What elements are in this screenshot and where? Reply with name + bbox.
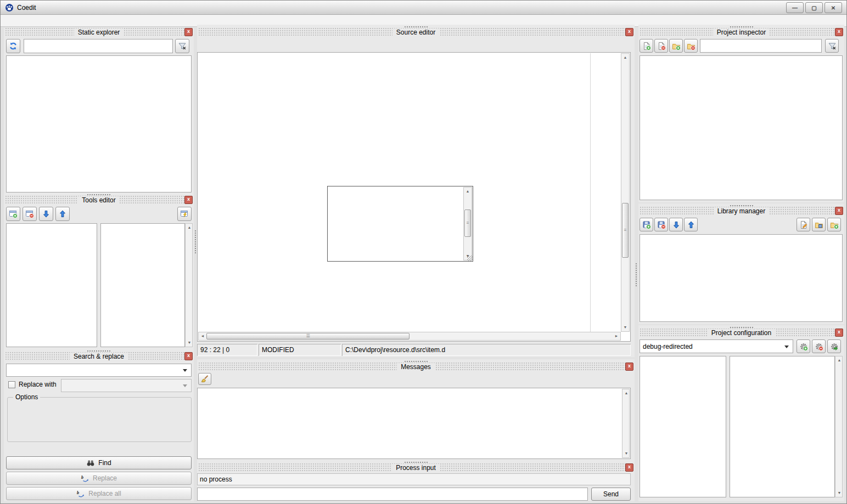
maximize-button[interactable]: ▢ [805,2,823,13]
search-replace-panel: Search & replacex Replace with Options F… [4,349,194,501]
window-title: Coedit [17,4,36,12]
move-library-down-button[interactable] [669,218,683,231]
replace-all-icon: b [76,489,85,498]
remove-folder-button[interactable] [684,39,698,53]
static-explorer-filter-input[interactable] [24,39,173,53]
modified-state: MODIFIED [259,344,341,356]
add-folder-button[interactable] [669,39,683,53]
refresh-icon [9,42,18,50]
add-tool-button[interactable] [6,207,20,221]
broom-icon [200,375,209,383]
add-configuration-icon [799,342,808,351]
clear-messages-button[interactable] [198,373,211,385]
register-library-button[interactable] [812,218,826,231]
static-explorer-title: Static explorer [74,29,124,36]
remove-source-button[interactable] [654,39,668,53]
library-manager-close-icon[interactable]: x [835,207,843,215]
run-tool-button[interactable] [177,207,192,221]
inspector-filter-input[interactable] [700,39,822,53]
process-input-title: Process input [392,464,440,472]
search-replace-close-icon[interactable]: x [184,352,193,360]
library-manager-panel: Library managerx [638,203,844,324]
tools-editor-close-icon[interactable]: x [184,196,193,204]
coedit-window: Coedit — ▢ ✕ Static explorerx Tools edit… [0,0,847,504]
chevron-down-icon[interactable] [784,346,789,348]
messages-title: Messages [397,363,435,371]
clear-inspector-filter-button[interactable] [825,39,839,53]
replace-term-combo[interactable] [61,379,192,392]
source-editor-title: Source editor [392,29,439,36]
remove-icon [25,209,34,218]
messages-log[interactable]: ▲▼ [197,388,631,459]
move-library-up-button[interactable] [684,218,698,231]
add-library-folder-button[interactable] [827,218,841,231]
move-up-icon [58,209,67,218]
editor-horizontal-scrollbar[interactable]: ◄► ☰ [198,332,621,341]
library-manager-title: Library manager [714,207,769,215]
editor-vertical-scrollbar[interactable]: ▲▼ ≡ [621,53,630,332]
find-button[interactable]: Find [6,456,192,469]
replace-with-checkbox[interactable] [8,381,15,388]
clear-filter-button[interactable] [175,39,189,53]
tool-properties-scrollbar[interactable]: ▲▼ [185,223,193,347]
move-tool-down-button[interactable] [39,207,53,221]
right-splitter[interactable] [635,209,638,341]
process-input-panel: Process inputx no process Send [197,460,635,501]
left-splitter[interactable] [194,187,197,297]
replace-all-button[interactable]: bReplace all [6,487,192,500]
messages-scrollbar[interactable]: ▲▼ [622,389,630,458]
replace-all-icon: b [76,489,85,498]
project-inspector-close-icon[interactable]: x [835,28,843,36]
library-table [640,234,843,322]
app-icon [5,3,14,12]
process-input-field[interactable] [197,488,588,501]
add-folder-icon [672,42,681,50]
messages-close-icon[interactable]: x [625,363,633,371]
filter-clear-icon [178,42,187,50]
register-library-icon [815,220,823,229]
replace-button[interactable]: bReplace [6,472,192,485]
source-editor-close-icon[interactable]: x [625,28,633,36]
configuration-combo[interactable]: debug-redirected [640,339,793,353]
tool-properties-grid [100,223,185,347]
messages-panel: Messagesx ▲▼ [197,359,635,460]
replace-icon: b [81,474,89,483]
filter-clear-icon [828,42,837,50]
add-library-button[interactable] [640,218,653,231]
remove-library-button[interactable] [654,218,668,231]
replace-icon: b [81,474,89,483]
close-button[interactable]: ✕ [824,2,842,13]
configuration-grid-scrollbar[interactable]: ▲▼ [835,356,843,497]
remove-configuration-button[interactable] [812,339,826,353]
edit-library-button[interactable] [796,218,810,231]
refresh-button[interactable] [6,39,20,53]
tools-editor-title: Tools editor [78,196,119,204]
activate-configuration-icon [830,342,839,351]
add-configuration-button[interactable] [796,339,810,353]
process-input-close-icon[interactable]: x [625,463,633,472]
move-down-icon [672,220,681,229]
minimize-button[interactable]: — [786,2,804,13]
edit-icon [799,220,808,229]
project-inspector-panel: Project inspectorx [638,25,844,202]
project-configuration-panel: Project configurationx debug-redirected … [638,325,844,501]
remove-tool-button[interactable] [23,207,37,221]
static-explorer-panel: Static explorerx [4,28,194,195]
process-status-field: no process [197,473,631,485]
remove-library-icon [657,220,666,229]
add-source-button[interactable] [640,39,653,53]
chevron-down-icon[interactable] [183,369,187,372]
configuration-categories [640,356,726,497]
move-down-icon [42,209,51,218]
move-tool-up-button[interactable] [55,207,70,221]
editor-status-bar: 92 : 22 | 0 MODIFIED C:\Dev\dproj\resour… [197,344,631,356]
clone-configuration-button[interactable] [827,339,841,353]
search-term-combo[interactable] [6,364,192,377]
paw-icon [5,3,14,12]
static-explorer-close-icon[interactable]: x [184,28,193,36]
send-button[interactable]: Send [591,488,631,501]
execute-icon [180,209,189,218]
project-configuration-close-icon[interactable]: x [835,329,843,337]
resize-grip-icon[interactable] [467,256,473,261]
completion-scrollbar[interactable]: ▲▼ ≡ [463,187,472,261]
